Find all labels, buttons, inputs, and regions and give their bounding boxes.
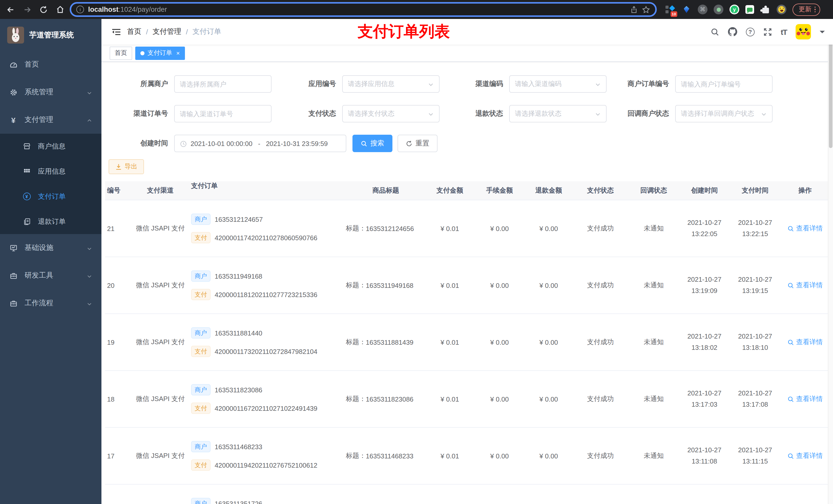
active-dot [140, 51, 144, 55]
help-icon[interactable]: ? [746, 27, 755, 36]
github-icon[interactable] [728, 27, 737, 37]
y-app-icon[interactable]: y [730, 5, 739, 14]
extension-badge: 10 [670, 11, 677, 17]
table-row: 18 微信 JSAPI 支付 商户1635311823086 支付4200001… [105, 371, 830, 428]
export-button[interactable]: 导出 [109, 159, 144, 174]
filter-label-channel-code: 渠道编码 [439, 79, 509, 89]
briefcase-icon [9, 272, 18, 280]
pay-tag: 支付 [191, 459, 211, 471]
share-icon[interactable] [630, 5, 638, 14]
notify-status-select[interactable]: 请选择订单回调商户状态 [675, 105, 772, 122]
sketch-icon[interactable]: 10 [665, 4, 675, 15]
chat-icon[interactable] [745, 5, 754, 14]
emoji-face-icon[interactable] [777, 5, 786, 14]
sidebar-item-infra[interactable]: 基础设施 [0, 234, 101, 262]
shop-icon [23, 142, 31, 150]
yen-circle-icon: ¥ [23, 193, 31, 200]
sidebar-item-dev-tools[interactable]: 研发工具 [0, 262, 101, 289]
pay-tag: 支付 [191, 232, 211, 243]
menu-fold-icon[interactable] [110, 25, 123, 39]
chevron-down-icon [87, 271, 92, 280]
sidebar-item-workflow[interactable]: 工作流程 [0, 289, 101, 317]
search-button[interactable]: 搜索 [353, 135, 392, 152]
filter-label-app: 应用编号 [271, 79, 342, 89]
filter-label-notify-status: 回调商户状态 [606, 109, 675, 118]
sidebar-item-system[interactable]: 系统管理 [0, 78, 101, 106]
table-row: 17 微信 JSAPI 支付 商户1635311468233 支付4200001… [105, 428, 830, 484]
merchant-filter-input[interactable] [180, 80, 266, 88]
chevron-down-icon [761, 110, 767, 118]
tab-pay-order[interactable]: 支付订单 × [135, 46, 185, 60]
breadcrumb-payment[interactable]: 支付管理 [153, 27, 181, 37]
kite-icon[interactable] [681, 4, 692, 15]
payment-submenu: 商户信息 应用信息 ¥ 支付订单 退款订单 [0, 134, 101, 234]
table-header-row: 编号 支付渠道 支付订单 商品标题 支付金额 手续金额 退款金额 支付状态 回调… [105, 181, 830, 200]
recorder-icon[interactable] [714, 5, 723, 14]
home-icon[interactable] [53, 3, 67, 16]
document-icon [23, 218, 31, 225]
sidebar-item-payment[interactable]: ¥ 支付管理 [0, 106, 101, 134]
info-icon[interactable]: i [76, 6, 84, 13]
content-area: 所属商户 应用编号 请选择应用信息 渠道编码 请输入渠道编码 [101, 62, 833, 504]
sidebar-item-home[interactable]: 首页 [0, 51, 101, 78]
clock-icon [180, 139, 187, 147]
filter-label-channel-order-no: 渠道订单号 [109, 109, 174, 118]
scrollbar[interactable] [828, 19, 833, 504]
table-row: 21 微信 JSAPI 支付 商户1635312124657 支付4200001… [105, 200, 830, 257]
pay-status-select[interactable]: 请选择支付状态 [342, 105, 439, 122]
table-row: 商户1635311351726 支付 [105, 484, 830, 504]
caret-down-icon[interactable] [820, 30, 825, 35]
search-icon[interactable] [711, 27, 719, 36]
orders-table: 编号 支付渠道 支付订单 商品标题 支付金额 手续金额 退款金额 支付状态 回调… [105, 181, 833, 504]
sidebar: 芋道管理系统 首页 系统管理 ¥ 支付管理 [0, 19, 101, 504]
pay-tag: 支付 [191, 346, 211, 357]
browser-update-button[interactable]: 更新 [792, 3, 820, 16]
tab-home[interactable]: 首页 [110, 46, 132, 60]
chevron-down-icon [428, 80, 434, 88]
pay-tag: 支付 [191, 289, 211, 300]
channel-code-select[interactable]: 请输入渠道编码 [509, 75, 606, 93]
view-detail-link[interactable]: 查看详情 [787, 224, 823, 233]
refund-status-select[interactable]: 请选择退款状态 [509, 105, 606, 122]
view-detail-link[interactable]: 查看详情 [787, 451, 823, 460]
page-header: 首页 / 支付管理 / 支付订单 支付订单列表 ? [101, 19, 833, 45]
command-icon[interactable]: ⌘ [698, 5, 708, 14]
logo-rabbit-icon [7, 26, 24, 43]
gear-icon [9, 88, 18, 96]
fullscreen-icon[interactable] [763, 27, 772, 36]
monitor-icon [9, 244, 18, 252]
create-time-range-input[interactable]: 2021-10-01 00:00:00 - 2021-10-31 23:59:5… [174, 135, 346, 152]
app-title: 芋道管理系统 [29, 30, 74, 40]
dashboard-icon [9, 61, 18, 68]
chevron-down-icon [87, 88, 92, 96]
sidebar-item-pay-order[interactable]: ¥ 支付订单 [0, 184, 101, 209]
view-detail-link[interactable]: 查看详情 [787, 338, 823, 347]
url-bar[interactable]: i localhost:1024/pay/order [70, 2, 657, 17]
merchant-tag: 商户 [191, 214, 211, 225]
sidebar-item-refund-order[interactable]: 退款订单 [0, 209, 101, 234]
view-detail-link[interactable]: 查看详情 [787, 281, 823, 290]
channel-order-no-input[interactable] [180, 110, 266, 118]
forward-icon[interactable] [21, 3, 34, 16]
yen-icon: ¥ [9, 116, 18, 124]
sidebar-item-app-info[interactable]: 应用信息 [0, 159, 101, 184]
grid-icon [23, 167, 31, 175]
breadcrumb-home[interactable]: 首页 [127, 27, 141, 37]
close-icon[interactable]: × [176, 49, 180, 56]
pay-tag: 支付 [191, 403, 211, 414]
merchant-tag: 商户 [191, 270, 211, 282]
breadcrumb: 首页 / 支付管理 / 支付订单 [127, 27, 221, 37]
merchant-order-no-input[interactable] [681, 80, 767, 88]
sidebar-item-merchant-info[interactable]: 商户信息 [0, 134, 101, 159]
reset-button[interactable]: 重置 [398, 135, 437, 152]
avatar[interactable] [795, 24, 811, 40]
reload-icon[interactable] [37, 3, 50, 16]
font-size-icon[interactable]: tT [781, 27, 787, 36]
chevron-down-icon [595, 110, 601, 118]
puzzle-icon[interactable] [760, 4, 770, 15]
bookmark-star-icon[interactable] [642, 5, 650, 14]
app-filter-select[interactable]: 请选择应用信息 [342, 75, 439, 93]
back-icon[interactable] [4, 3, 18, 16]
browser-menu-icon[interactable] [814, 6, 816, 12]
view-detail-link[interactable]: 查看详情 [787, 394, 823, 404]
